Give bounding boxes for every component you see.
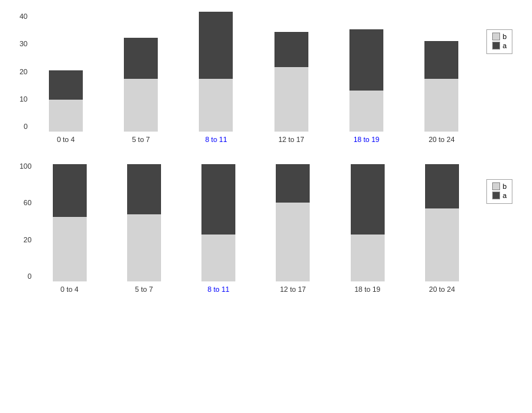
bar-label-1-3: 12 to 17 (280, 285, 306, 293)
segment-a-1-1 (127, 164, 161, 214)
bar-label-1-1: 5 to 7 (135, 285, 153, 293)
segment-a-0-3 (274, 32, 308, 67)
bar-label-1-4: 18 to 19 (355, 285, 381, 293)
bar-label-0-1: 5 to 7 (132, 135, 150, 143)
chart-area-0: 0 to 45 to 78 to 1112 to 1718 to 1920 to… (31, 13, 512, 143)
stacked-bar-0-3 (274, 32, 308, 132)
stacked-bar-0-4 (349, 29, 383, 132)
segment-a-0-0 (49, 70, 83, 100)
bar-label-1-2: 8 to 11 (207, 285, 229, 293)
legend-label-b-1: b (503, 182, 507, 190)
segment-a-1-3 (276, 164, 310, 203)
stacked-bar-1-1 (127, 164, 161, 281)
charts-container: 4030201000 to 45 to 78 to 1112 to 1718 t… (20, 13, 512, 293)
legend-label-a-0: a (503, 42, 507, 50)
segment-a-1-2 (201, 164, 235, 235)
segment-b-0-4 (349, 91, 383, 132)
legend-box-0: ba (486, 29, 512, 54)
segment-b-1-2 (201, 235, 235, 281)
bar-label-0-3: 12 to 17 (278, 135, 304, 143)
segment-b-0-0 (49, 100, 83, 132)
bar-group-0-4: 18 to 19 (331, 29, 401, 144)
chart-section-1: 100602000 to 45 to 78 to 1112 to 1718 to… (20, 163, 512, 293)
bar-group-0-3: 12 to 17 (256, 32, 326, 143)
bar-group-1-2: 8 to 11 (184, 164, 253, 293)
legend-swatch-a-1 (492, 192, 500, 199)
legend-label-b-0: b (503, 33, 507, 40)
chart-section-0: 4030201000 to 45 to 78 to 1112 to 1718 t… (20, 13, 512, 143)
legend-area-1: ba (477, 176, 512, 293)
segment-b-0-2 (199, 79, 233, 132)
y-axis-1: 10060200 (20, 163, 35, 280)
segment-b-1-1 (127, 214, 161, 281)
segment-b-0-3 (274, 67, 308, 132)
segment-a-1-0 (53, 164, 87, 217)
bar-label-0-0: 0 to 4 (57, 135, 75, 143)
stacked-bar-1-0 (53, 164, 87, 281)
segment-a-0-2 (199, 12, 233, 79)
bar-label-0-2: 8 to 11 (205, 135, 228, 143)
stacked-bar-0-0 (49, 70, 83, 132)
bar-label-0-4: 18 to 19 (353, 135, 379, 143)
bar-group-0-5: 20 to 24 (407, 41, 477, 144)
bar-group-0-2: 8 to 11 (181, 12, 251, 144)
segment-b-0-1 (124, 79, 158, 132)
chart-area-1: 0 to 45 to 78 to 1112 to 1718 to 1920 to… (35, 163, 512, 293)
bar-label-0-5: 20 to 24 (429, 135, 455, 143)
bar-label-1-5: 20 to 24 (429, 285, 455, 293)
stacked-bar-1-4 (351, 164, 385, 281)
segment-b-0-5 (424, 79, 458, 132)
bar-group-1-0: 0 to 4 (35, 164, 104, 293)
bar-group-0-1: 5 to 7 (106, 38, 176, 143)
segment-b-1-5 (425, 208, 459, 281)
segment-a-0-1 (124, 38, 158, 79)
bars-row-0: 0 to 45 to 78 to 1112 to 1718 to 1920 to… (31, 26, 477, 143)
legend-box-1: ba (486, 179, 512, 204)
segment-a-1-4 (351, 164, 385, 235)
bar-label-1-0: 0 to 4 (61, 285, 79, 293)
bar-group-1-4: 18 to 19 (332, 164, 402, 293)
stacked-bar-1-2 (201, 164, 235, 281)
bar-group-1-1: 5 to 7 (110, 164, 179, 293)
stacked-bar-1-5 (425, 164, 459, 281)
legend-area-0: ba (477, 26, 512, 143)
legend-swatch-a-0 (492, 42, 500, 50)
stacked-bar-0-5 (424, 41, 458, 132)
segment-a-1-5 (425, 164, 459, 208)
stacked-bar-1-3 (276, 164, 310, 281)
legend-label-a-1: a (503, 192, 507, 199)
legend-swatch-b-0 (492, 33, 500, 40)
stacked-bar-0-2 (199, 12, 233, 132)
segment-b-1-3 (276, 203, 310, 281)
bar-group-1-3: 12 to 17 (258, 164, 327, 293)
segment-a-0-4 (349, 29, 383, 91)
segment-b-1-4 (351, 235, 385, 281)
segment-a-0-5 (424, 41, 458, 79)
bars-row-1: 0 to 45 to 78 to 1112 to 1718 to 1920 to… (35, 176, 477, 293)
legend-swatch-b-1 (492, 182, 500, 190)
segment-b-1-0 (53, 217, 87, 281)
y-axis-0: 403020100 (20, 13, 31, 130)
bar-group-0-0: 0 to 4 (31, 70, 100, 144)
stacked-bar-0-1 (124, 38, 158, 132)
bar-group-1-5: 20 to 24 (407, 164, 477, 293)
